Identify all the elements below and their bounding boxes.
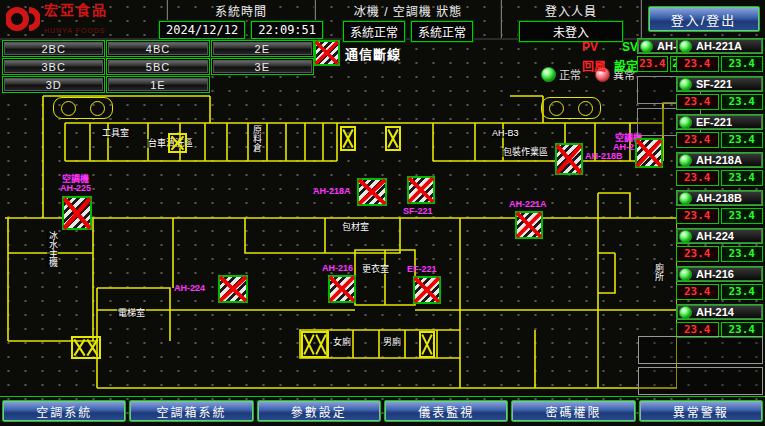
- unit-pv-value: 23.4: [676, 170, 719, 186]
- floor-button-5bc[interactable]: 5BC: [108, 60, 207, 73]
- hunya-logo-icon: [6, 5, 40, 33]
- comm-fail-label: 通信斷線: [345, 44, 401, 63]
- login-user-label: 登入人員: [502, 0, 640, 19]
- stair-icon: [419, 331, 435, 358]
- sv-label: SV: [622, 40, 638, 54]
- device-label: AH-218A: [313, 187, 351, 196]
- floor-button-3d[interactable]: 3D: [4, 78, 103, 91]
- header: 宏亞食品 HUNYA FOODS 系統時間 2024/12/12 22:09:5…: [0, 0, 765, 40]
- login-logout-button[interactable]: 登入/登出: [648, 6, 760, 32]
- brand-name: 宏亞食品: [44, 2, 108, 18]
- unit-led-icon: [679, 192, 692, 205]
- login-user-display: 未登入: [519, 21, 623, 42]
- unit-led-icon: [679, 230, 692, 243]
- sv-sub-label: 設定: [614, 57, 638, 74]
- unit-pv-value: 23.4: [637, 56, 668, 72]
- unit-button-sf-221[interactable]: SF-221: [676, 76, 763, 92]
- footer-nav: 空調系統 空調箱系統 參數設定 儀表監視 密碼權限 異常警報: [0, 396, 765, 426]
- stair-icon: [385, 126, 401, 151]
- floor-button-3e[interactable]: 3E: [213, 60, 312, 73]
- floor-cell: 3BC: [2, 58, 105, 75]
- room-label: 工具室: [101, 129, 130, 138]
- device-comm-fail-icon-ah-216[interactable]: [328, 275, 356, 303]
- unit-button-ah-221a[interactable]: AH-221A: [676, 38, 763, 54]
- unit-button-ah-224[interactable]: AH-224: [676, 228, 763, 244]
- unit-entry: AH-214 23.4 23.4: [676, 304, 763, 338]
- device-label: SF-221: [403, 207, 433, 216]
- footer-button[interactable]: 異常警報: [639, 400, 763, 422]
- normal-led-icon: [541, 67, 556, 82]
- device-comm-fail-icon-ah-221a[interactable]: [515, 211, 543, 239]
- device-label: AH-221A: [509, 200, 547, 209]
- unit-pv-value: 23.4: [676, 284, 719, 300]
- unit-button-ef-221[interactable]: EF-221: [676, 114, 763, 130]
- device-comm-fail-icon-ah-225[interactable]: [62, 196, 92, 230]
- unit-entry: SF-221 23.4 23.4: [676, 76, 763, 110]
- device-comm-fail-icon-sf-221[interactable]: [407, 176, 435, 204]
- unit-sv-value: 23.4: [721, 132, 764, 148]
- floor-button-3bc[interactable]: 3BC: [4, 60, 103, 73]
- unit-pv-value: 23.4: [676, 94, 719, 110]
- unit-sv-value: 23.4: [721, 246, 764, 262]
- unit-pv-value: 23.4: [676, 132, 719, 148]
- device-comm-fail-icon-ah-218a[interactable]: [357, 178, 387, 206]
- pv-sv-header: PV SV 回風 設定: [582, 40, 638, 74]
- floor-button-2e[interactable]: 2E: [213, 42, 312, 55]
- device-comm-fail-icon-ef-221[interactable]: [413, 276, 441, 304]
- room-label: 廁所: [653, 263, 664, 281]
- unit-entry: AH-224 23.4 23.4: [676, 228, 763, 262]
- footer-button[interactable]: 儀表監視: [384, 400, 508, 422]
- unit-name: EF-221: [696, 116, 732, 128]
- ahu-status-display: 系統正常: [411, 21, 473, 42]
- brand-subname: HUNYA FOODS: [44, 27, 105, 34]
- unit-pv-value: 23.4: [676, 246, 719, 262]
- device-label: 空調機 AH-225: [60, 175, 91, 193]
- unit-sv-value: 23.4: [721, 170, 764, 186]
- unit-name: AH-221A: [696, 40, 742, 52]
- device-label: AH-218B: [585, 152, 623, 161]
- pv-label: PV: [582, 40, 598, 54]
- room-label: 女廁: [332, 338, 352, 347]
- unit-button-ah-216[interactable]: AH-216: [676, 266, 763, 282]
- unit-name: AH-218B: [696, 192, 742, 204]
- unit-led-icon: [679, 116, 692, 129]
- unit-button-ah-218b[interactable]: AH-218B: [676, 190, 763, 206]
- brand-area: 宏亞食品 HUNYA FOODS: [0, 0, 168, 38]
- footer-button[interactable]: 參數設定: [257, 400, 381, 422]
- unit-pv-value: 23.4: [676, 56, 719, 72]
- floor-button-1e[interactable]: 1E: [108, 78, 207, 91]
- unit-sv-value: 23.4: [721, 94, 764, 110]
- machine-status-section: 冰機 / 空調機 狀態 系統正常 系統正常: [316, 0, 502, 38]
- footer-button[interactable]: 空調箱系統: [129, 400, 253, 422]
- footer-button[interactable]: 密碼權限: [511, 400, 635, 422]
- device-comm-fail-icon-ah-224[interactable]: [218, 275, 248, 303]
- elevator-icon: [53, 97, 113, 119]
- stair-icon: [340, 126, 356, 151]
- device-comm-fail-icon-ah-214[interactable]: [635, 138, 663, 168]
- unit-sv-value: 23.4: [721, 284, 764, 300]
- stair-icon: [168, 133, 187, 153]
- room-label: 男廁: [382, 338, 402, 347]
- unit-sv-value: 23.4: [721, 208, 764, 224]
- floor-cell: 2E: [211, 40, 314, 57]
- floor-button-2bc[interactable]: 2BC: [4, 42, 103, 55]
- empty-slot: [638, 367, 763, 395]
- unit-entry: AH-218B 23.4 23.4: [676, 190, 763, 224]
- device-comm-fail-icon-ah-218b[interactable]: [555, 143, 583, 175]
- system-date-display: 2024/12/12: [159, 21, 245, 39]
- system-clock-display: 22:09:51: [251, 21, 323, 39]
- unit-button-ah-218a[interactable]: AH-218A: [676, 152, 763, 168]
- unit-name: AH-218A: [696, 154, 742, 166]
- unit-entry: AH-221A 23.4 23.4: [676, 38, 763, 72]
- unit-sv-value: 23.4: [721, 56, 764, 72]
- comm-fail-icon: [314, 40, 340, 66]
- floor-cell: 4BC: [106, 40, 209, 57]
- unit-name: AH-214: [696, 306, 734, 318]
- footer-button[interactable]: 空調系統: [2, 400, 126, 422]
- floor-plan: 工具室 台車清洗區 原料倉 AH-B3 包裝作業區 包材室 更衣室 冰水主機 電…: [5, 93, 677, 395]
- floor-button-4bc[interactable]: 4BC: [108, 42, 207, 55]
- chiller-status-display: 系統正常: [343, 21, 405, 42]
- unit-led-icon: [679, 154, 692, 167]
- floor-cell: 3D: [2, 76, 105, 93]
- unit-button-ah-214[interactable]: AH-214: [676, 304, 763, 320]
